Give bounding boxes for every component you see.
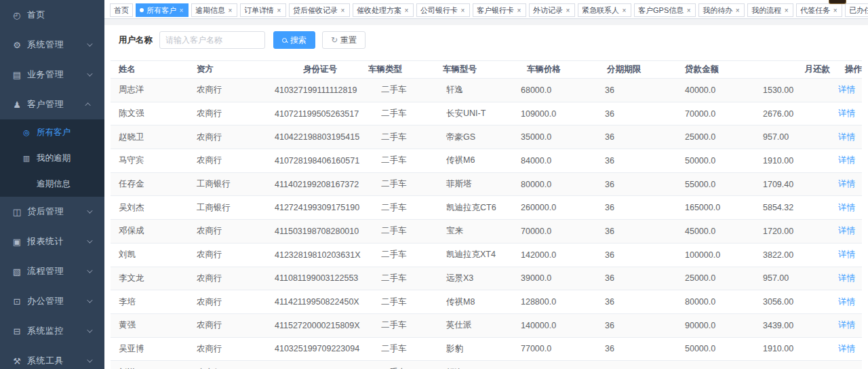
cell-monthly-payment: 1709.40 [755, 180, 833, 189]
close-icon[interactable] [734, 6, 741, 14]
tab[interactable]: 代签任务 [796, 3, 842, 17]
sidebar-item[interactable]: ▣ 报表统计 [0, 227, 104, 256]
sidebar-item-label: 报表统计 [27, 235, 87, 248]
tab[interactable]: 紧急联系人 [578, 3, 631, 17]
close-icon[interactable] [832, 6, 838, 14]
detail-link[interactable]: 详情 [838, 132, 855, 142]
tab[interactable]: 外访记录 [529, 3, 575, 17]
column-header: 资方 [189, 64, 295, 75]
cell-vehicle-price: 84000.0 [513, 156, 597, 166]
tab[interactable]: 贷后催收记录 [289, 3, 350, 17]
sidebar-item[interactable]: ⊡ 办公管理 [0, 286, 104, 316]
cell-action: 详情 [833, 108, 862, 119]
detail-link[interactable]: 详情 [838, 109, 855, 118]
detail-link[interactable]: 详情 [838, 273, 855, 283]
detail-link[interactable]: 详情 [838, 297, 855, 307]
close-icon[interactable] [460, 6, 466, 14]
cell-funder: 工商银行 [189, 202, 267, 214]
close-icon[interactable] [565, 6, 571, 14]
process-icon: ▧ [12, 267, 22, 277]
tab[interactable]: 已办任务 [845, 3, 868, 17]
sidebar-item[interactable]: ⚙ 系统管理 [0, 30, 104, 60]
chevron-icon [87, 297, 92, 303]
cell-vehicle-type: 二手车 [373, 202, 438, 214]
cell-installment-term: 36 [597, 132, 677, 142]
close-icon[interactable] [178, 6, 184, 14]
detail-link[interactable]: 详情 [838, 320, 855, 330]
sidebar-item[interactable]: ⚒ 系统工具 [0, 346, 104, 369]
table-row: 吴亚博 农商行 410325199709223094 二手车 影豹 77000.… [111, 338, 862, 362]
cell-funder: 农商行 [189, 319, 267, 331]
cell-vehicle-model: 英仕派 [438, 319, 513, 331]
tab[interactable]: 所有客户 [136, 3, 189, 17]
detail-link[interactable]: 详情 [838, 250, 855, 259]
cell-vehicle-price: 128800.0 [513, 297, 597, 307]
close-icon[interactable] [227, 6, 233, 14]
sidebar-item-label: 贷后管理 [27, 206, 87, 218]
cell-action: 详情 [833, 178, 862, 190]
sidebar-item[interactable]: ◴ 首页 [0, 0, 104, 30]
cell-vehicle-type: 二手车 [373, 296, 438, 308]
cell-name: 任存金 [111, 178, 189, 190]
cell-loan-amount: 50000.0 [677, 156, 755, 166]
close-icon[interactable] [686, 6, 692, 14]
cell-id-number: 411081199003122553 [267, 273, 373, 283]
cell-loan-amount: 165000.0 [677, 203, 755, 212]
cell-id-number: 410728198406160571 [267, 156, 373, 166]
table-row: 李文龙 农商行 411081199003122553 二手车 远景X3 3900… [111, 267, 862, 291]
loan-icon: ◫ [12, 207, 22, 217]
cell-vehicle-model: 传祺M6 [438, 155, 513, 166]
sidebar-subitem[interactable]: ▥ 我的逾期 [0, 145, 104, 171]
close-icon[interactable] [403, 6, 410, 14]
detail-link[interactable]: 详情 [838, 344, 855, 353]
active-dot-icon [140, 8, 144, 12]
close-icon[interactable] [783, 6, 789, 14]
cell-loan-amount: 80000.0 [677, 297, 755, 307]
reset-button[interactable]: ↻ 重置 [322, 31, 366, 49]
search-button[interactable]: 搜索 [273, 31, 315, 49]
tab[interactable]: 公司银行卡 [416, 3, 470, 17]
sidebar-item[interactable]: ♟ 客户管理 [0, 90, 104, 119]
cell-funder: 农商行 [189, 249, 267, 260]
sidebar-item-label: 系统监控 [27, 325, 87, 337]
cell-loan-amount: 55000.0 [677, 180, 755, 189]
sidebar-item[interactable]: ▤ 业务管理 [0, 60, 104, 90]
sidebar-item-label: 首页 [27, 9, 104, 21]
close-icon[interactable] [340, 6, 346, 14]
detail-link[interactable]: 详情 [838, 226, 855, 235]
sidebar-item[interactable]: ⊟ 系统监控 [0, 316, 104, 346]
cell-monthly-payment: 957.00 [755, 273, 833, 283]
detail-link[interactable]: 详情 [838, 203, 855, 212]
sidebar-subitem[interactable]: ◎ 所有客户 [0, 119, 104, 145]
cell-id-number: 41152720000215809X [267, 321, 373, 330]
close-icon[interactable] [276, 6, 282, 14]
tab[interactable]: 催收处理方案 [353, 3, 414, 17]
close-icon[interactable] [621, 6, 627, 14]
cell-vehicle-type: 二手车 [373, 319, 438, 331]
avatar-fragment [829, 0, 846, 4]
tab[interactable]: 首页 [110, 3, 133, 17]
username-label: 用户名称 [119, 35, 153, 46]
tab[interactable]: 逾期信息 [191, 3, 237, 17]
tab[interactable]: 我的流程 [747, 3, 793, 17]
detail-link[interactable]: 详情 [838, 85, 855, 94]
close-icon[interactable] [516, 6, 522, 14]
tab[interactable]: 客户GPS信息 [634, 3, 696, 17]
detail-link[interactable]: 详情 [838, 155, 855, 165]
customer-name-input[interactable] [159, 31, 265, 49]
sidebar-item[interactable]: ▧ 流程管理 [0, 256, 104, 286]
cell-action: 详情 [833, 202, 862, 214]
tab[interactable]: 我的待办 [698, 3, 745, 17]
sidebar-subitem[interactable]: 逾期信息 [0, 171, 104, 197]
tab[interactable]: 客户银行卡 [473, 3, 526, 17]
sidebar-item[interactable]: ◫ 贷后管理 [0, 197, 104, 227]
detail-link[interactable]: 详情 [838, 179, 855, 189]
cell-name: 吴刘杰 [111, 202, 189, 214]
tab[interactable]: 订单详情 [240, 3, 286, 17]
cell-installment-term: 36 [597, 250, 677, 260]
column-header: 车辆价格 [519, 64, 599, 75]
cell-vehicle-type: 二手车 [373, 273, 438, 284]
cell-monthly-payment: 1910.00 [755, 156, 833, 166]
cell-name: 吴亚博 [111, 343, 189, 355]
cell-name: 李文龙 [111, 273, 189, 284]
